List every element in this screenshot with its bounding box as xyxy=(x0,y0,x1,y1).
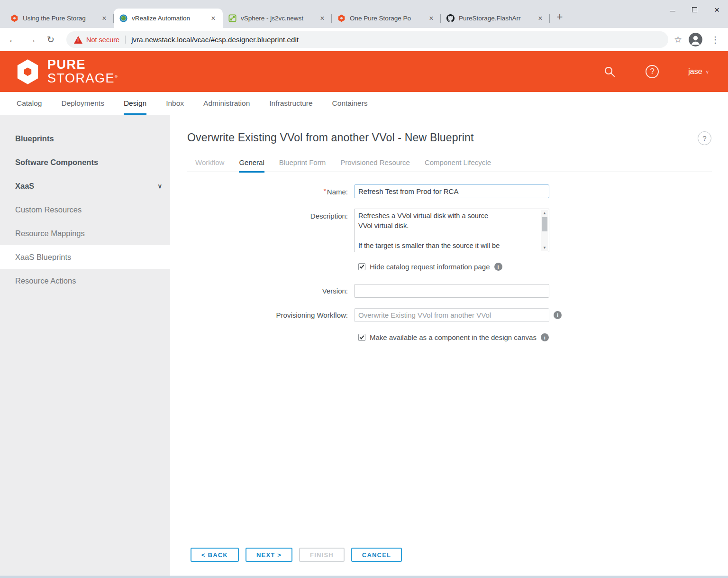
browser-tab-vrealize[interactable]: vRealize Automation × xyxy=(114,9,223,28)
blueprint-tabs: Workflow General Blueprint Form Provisio… xyxy=(187,158,712,172)
required-asterisk: * xyxy=(324,187,326,194)
page-help-button[interactable]: ? xyxy=(698,131,711,145)
maximize-icon xyxy=(692,7,697,12)
design-canvas-checkbox[interactable] xyxy=(358,334,365,341)
browser-tab-strip: Using the Pure Storag × vRealize Automat… xyxy=(0,0,728,28)
sidebar-item-software-components[interactable]: Software Components xyxy=(0,150,170,174)
scroll-up-icon[interactable]: ▲ xyxy=(541,211,548,215)
sidebar-item-xaas[interactable]: XaaS ∨ xyxy=(0,174,170,198)
cancel-button[interactable]: CANCEL xyxy=(351,548,402,562)
wizard-buttons: < BACK NEXT > FINISH CANCEL xyxy=(191,548,409,562)
new-tab-button[interactable]: + xyxy=(553,10,567,25)
tab-close-icon[interactable]: × xyxy=(100,14,109,23)
tab-close-icon[interactable]: × xyxy=(536,14,545,23)
tab-title: vRealize Automation xyxy=(132,15,207,22)
not-secure-warning-icon[interactable]: ! xyxy=(74,36,82,44)
vrealize-favicon xyxy=(119,14,127,22)
sidebar-item-custom-resources[interactable]: Custom Resources xyxy=(0,198,170,221)
tab-provisioned-resource[interactable]: Provisioned Resource xyxy=(340,158,410,173)
user-name: jase xyxy=(688,67,702,76)
tab-component-lifecycle[interactable]: Component Lifecycle xyxy=(425,158,491,173)
browser-profile-avatar[interactable] xyxy=(689,33,702,46)
info-icon[interactable]: i xyxy=(554,311,562,319)
browser-tab-github[interactable]: PureStorage.FlashArr × xyxy=(441,9,550,28)
info-icon[interactable]: i xyxy=(494,263,502,271)
vsphere-favicon xyxy=(228,14,237,22)
window-minimize-button[interactable] xyxy=(661,0,683,19)
provisioning-workflow-input xyxy=(354,308,549,322)
browser-tab-pure-docs[interactable]: Using the Pure Storag × xyxy=(5,9,114,28)
question-icon: ? xyxy=(702,134,706,142)
tab-close-icon[interactable]: × xyxy=(318,14,327,23)
scroll-down-icon[interactable]: ▼ xyxy=(541,246,548,250)
help-icon: ? xyxy=(646,65,659,78)
tab-title: PureStorage.FlashArr xyxy=(459,15,534,22)
window-maximize-button[interactable] xyxy=(683,0,706,19)
chevron-down-icon: ∨ xyxy=(157,183,162,190)
nav-item-catalog[interactable]: Catalog xyxy=(17,92,42,115)
not-secure-label: Not secure xyxy=(86,36,119,44)
nav-item-inbox[interactable]: Inbox xyxy=(166,92,184,115)
nav-item-containers[interactable]: Containers xyxy=(332,92,368,115)
tab-title: One Pure Storage Po xyxy=(350,15,425,22)
page-url: jvra.newstack.local/vcac/#csp.designer.b… xyxy=(131,36,299,44)
next-button[interactable]: NEXT > xyxy=(246,548,292,562)
tab-general[interactable]: General xyxy=(239,158,264,173)
hide-catalog-checkbox[interactable] xyxy=(358,263,365,270)
search-button[interactable] xyxy=(603,65,616,78)
hide-catalog-label: Hide catalog request information page xyxy=(370,263,490,271)
blueprint-editor: Overwrite Existing VVol from another VVo… xyxy=(170,115,728,576)
forward-button[interactable]: → xyxy=(25,33,39,47)
bookmark-star-icon[interactable]: ☆ xyxy=(674,34,682,45)
browser-menu-icon[interactable]: ⋮ xyxy=(709,35,721,45)
close-icon: × xyxy=(714,5,719,14)
search-icon xyxy=(603,65,616,78)
reload-button[interactable]: ↻ xyxy=(44,33,58,47)
name-label: *Name: xyxy=(187,187,348,196)
checkmark-icon xyxy=(360,264,364,268)
brand-word-storage: STORAGE xyxy=(47,71,115,85)
tab-blueprint-form[interactable]: Blueprint Form xyxy=(279,158,326,173)
nav-item-deployments[interactable]: Deployments xyxy=(61,92,104,115)
sidebar-item-xaas-blueprints[interactable]: XaaS Blueprints xyxy=(0,245,170,269)
tab-close-icon[interactable]: × xyxy=(427,14,436,23)
browser-tab-pure-powershell[interactable]: One Pure Storage Po × xyxy=(332,9,441,28)
name-input[interactable] xyxy=(354,184,549,198)
sidebar-item-resource-mappings[interactable]: Resource Mappings xyxy=(0,221,170,245)
url-omnibox[interactable]: ! Not secure jvra.newstack.local/vcac/#c… xyxy=(66,31,668,48)
sidebar-item-resource-actions[interactable]: Resource Actions xyxy=(0,269,170,293)
window-close-button[interactable]: × xyxy=(706,0,728,19)
minimize-icon xyxy=(670,11,675,11)
app-header: PURE STORAGE® ? jase ∨ xyxy=(0,51,728,92)
design-sidebar: Blueprints Software Components XaaS ∨ Cu… xyxy=(0,115,170,576)
pure-storage-favicon xyxy=(10,14,18,22)
nav-item-administration[interactable]: Administration xyxy=(203,92,250,115)
tab-workflow[interactable]: Workflow xyxy=(195,158,224,173)
finish-button: FINISH xyxy=(299,548,345,562)
tab-title: Using the Pure Storag xyxy=(23,15,98,22)
pure-storage-logo: PURE STORAGE® xyxy=(14,58,118,85)
description-textarea[interactable]: Refreshes a VVol virtual disk with a sou… xyxy=(354,209,549,252)
github-favicon xyxy=(446,14,455,22)
window-bottom-edge xyxy=(0,576,728,578)
user-menu[interactable]: jase ∨ xyxy=(688,67,709,76)
nav-item-design[interactable]: Design xyxy=(124,92,146,115)
registered-mark: ® xyxy=(115,74,118,79)
description-scrollbar[interactable]: ▲ ▼ xyxy=(541,210,548,251)
checkmark-icon xyxy=(360,334,364,339)
page-title: Overwrite Existing VVol from another VVo… xyxy=(187,131,474,144)
help-button[interactable]: ? xyxy=(646,65,659,78)
back-button[interactable]: < BACK xyxy=(191,548,239,562)
scrollbar-thumb[interactable] xyxy=(542,217,547,231)
browser-tab-vsphere[interactable]: vSphere - js2vc.newst × xyxy=(223,9,332,28)
version-input[interactable] xyxy=(354,284,549,298)
tab-title: vSphere - js2vc.newst xyxy=(241,15,316,22)
tab-close-icon[interactable]: × xyxy=(209,14,218,23)
nav-item-infrastructure[interactable]: Infrastructure xyxy=(269,92,312,115)
sidebar-item-blueprints[interactable]: Blueprints xyxy=(0,127,170,150)
info-icon[interactable]: i xyxy=(541,333,549,341)
description-label: Description: xyxy=(187,209,348,220)
back-button[interactable]: ← xyxy=(6,33,20,47)
pure-storage-favicon xyxy=(337,14,346,22)
description-text: Refreshes a VVol virtual disk with a sou… xyxy=(355,209,541,252)
